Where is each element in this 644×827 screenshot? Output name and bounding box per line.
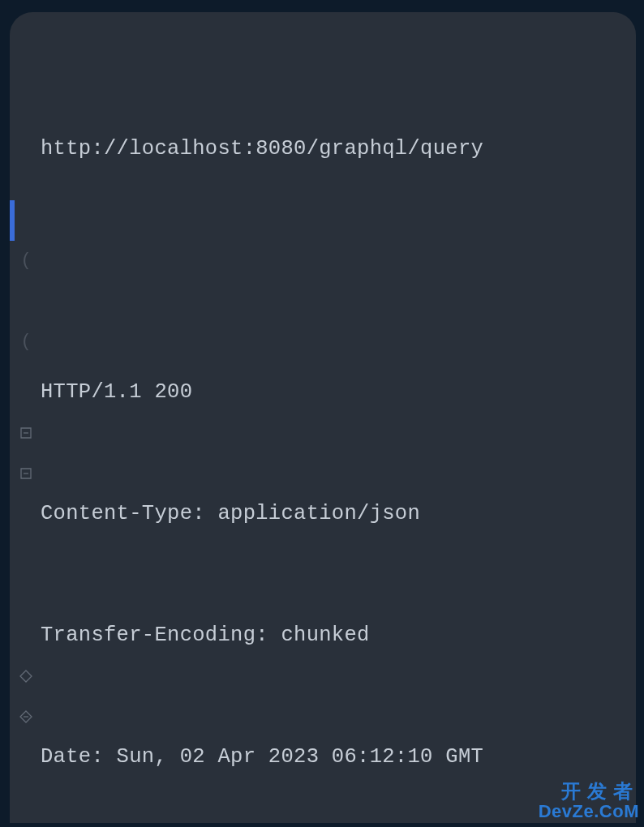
response-header: Transfer-Encoding: chunked: [41, 615, 636, 656]
response-header: Date: Sun, 02 Apr 2023 06:12:10 GMT: [41, 737, 636, 778]
response-header: Content-Type: application/json: [41, 494, 636, 534]
gutter-hint: (: [16, 322, 36, 362]
fold-icon[interactable]: [18, 453, 34, 494]
fold-end-icon[interactable]: [18, 696, 34, 737]
code-area[interactable]: http://localhost:8080/graphql/query HTTP…: [41, 48, 636, 823]
blank-line: [41, 251, 636, 291]
response-status: HTTP/1.1 200: [41, 372, 636, 413]
fold-end-icon[interactable]: [18, 656, 34, 696]
fold-icon[interactable]: [18, 413, 34, 453]
gutter-hint: (: [16, 241, 36, 281]
request-url: http://localhost:8080/graphql/query: [41, 129, 636, 169]
response-panel: ( ( http://localhost:8080/graphql/query …: [10, 12, 636, 823]
selection-indicator: [10, 200, 15, 241]
